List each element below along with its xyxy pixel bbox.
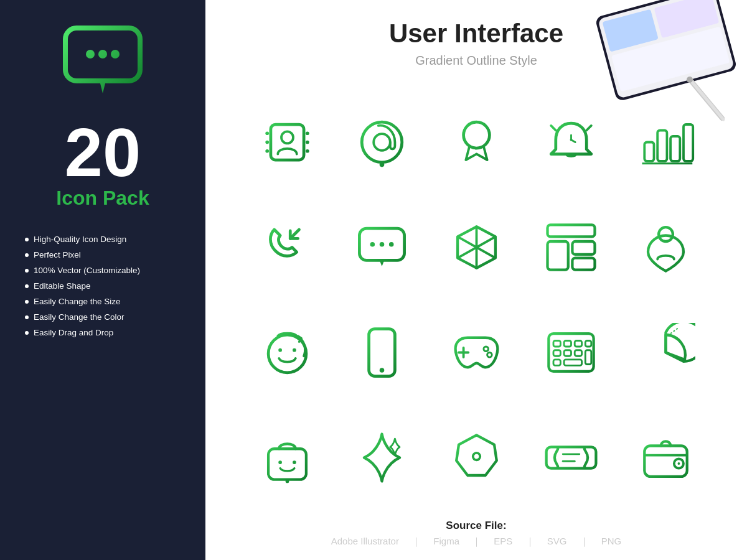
separator: ｜ (580, 536, 589, 546)
pie-chart-icon (621, 303, 710, 402)
svg-point-1 (86, 50, 95, 58)
svg-rect-66 (564, 360, 582, 366)
svg-rect-29 (644, 142, 654, 161)
svg-point-71 (472, 453, 479, 460)
feature-item: Editable Shape (25, 281, 140, 291)
feature-item: High-Quality Icon Design (25, 235, 140, 244)
svg-point-38 (388, 242, 393, 247)
feature-item: Perfect Pixel (25, 250, 140, 259)
svg-rect-31 (670, 136, 680, 161)
svg-point-48 (278, 348, 282, 352)
feature-item: Easily Change the Size (25, 297, 140, 306)
svg-point-68 (278, 460, 282, 464)
separator: ｜ (525, 536, 535, 546)
svg-rect-30 (657, 131, 667, 161)
sparkle-icon (337, 408, 426, 507)
svg-line-26 (571, 140, 575, 142)
svg-rect-44 (572, 241, 594, 254)
format-png: PNG (601, 536, 622, 546)
svg-rect-75 (644, 446, 687, 477)
tag-label-icon (432, 408, 520, 507)
svg-rect-43 (547, 241, 568, 270)
contact-icon (243, 93, 331, 192)
svg-point-17 (305, 131, 309, 135)
separator: ｜ (472, 536, 481, 546)
svg-point-3 (111, 50, 120, 58)
header: User Interface Gradient Outline Style (230, 19, 722, 68)
location-person-icon (621, 198, 710, 297)
sidebar: 20 Icon Pack High-Quality Icon Design Pe… (0, 0, 205, 560)
svg-point-13 (281, 131, 293, 143)
bullet-icon (25, 331, 29, 335)
format-figma: Figma (433, 536, 459, 546)
feature-item: 100% Vector (Customizable) (25, 266, 140, 275)
bullet-icon (25, 253, 29, 257)
icons-grid (230, 86, 722, 513)
svg-rect-42 (547, 225, 594, 236)
main-content: User Interface Gradient Outline Style (205, 0, 747, 560)
svg-point-11 (687, 77, 693, 83)
svg-rect-59 (575, 341, 581, 347)
svg-point-55 (487, 353, 492, 358)
alarm-icon (527, 93, 615, 192)
feature-item: Easily Drag and Drop (25, 328, 140, 337)
svg-point-16 (265, 149, 269, 153)
format-svg: SVG (547, 536, 567, 546)
chat-bubble-icon (59, 25, 146, 100)
svg-point-15 (265, 141, 269, 144)
svg-point-14 (265, 131, 269, 135)
bullet-icon (25, 284, 29, 288)
source-formats: Adobe Illustrator ｜ Figma ｜ EPS ｜ SVG ｜ … (230, 536, 722, 548)
svg-rect-32 (684, 124, 693, 161)
page-title: User Interface (230, 19, 722, 49)
chat-message-icon (337, 198, 426, 297)
svg-point-2 (98, 50, 107, 58)
svg-rect-62 (564, 350, 571, 357)
svg-point-19 (305, 149, 309, 153)
svg-point-36 (370, 242, 375, 247)
svg-point-23 (463, 122, 489, 148)
svg-rect-45 (572, 258, 594, 270)
features-list: High-Quality Icon Design Perfect Pixel 1… (19, 235, 140, 343)
svg-rect-64 (585, 350, 591, 365)
svg-point-37 (379, 242, 384, 247)
icon-count: 20 (65, 118, 141, 187)
svg-rect-63 (575, 350, 581, 357)
smartphone-icon (337, 303, 426, 402)
footer: Source File: Adobe Illustrator ｜ Figma ｜… (230, 513, 722, 548)
svg-rect-60 (585, 341, 591, 347)
bullet-icon (25, 315, 29, 319)
award-icon (432, 93, 520, 192)
ticket-icon (527, 408, 615, 507)
email-at-icon (337, 93, 426, 192)
svg-point-18 (305, 141, 309, 144)
face-timer-icon (243, 303, 331, 402)
svg-point-22 (379, 162, 384, 167)
calculator-icon (527, 303, 615, 402)
svg-point-54 (483, 347, 488, 352)
format-illustrator: Adobe Illustrator (331, 536, 399, 546)
bar-chart-icon (621, 93, 710, 192)
svg-point-21 (374, 134, 390, 151)
svg-point-69 (293, 460, 296, 464)
svg-point-70 (285, 480, 289, 483)
feature-item: Easily Change the Color (25, 312, 140, 322)
package-3d-icon (432, 198, 520, 297)
svg-rect-57 (553, 341, 560, 347)
svg-point-51 (379, 368, 384, 373)
svg-rect-61 (553, 350, 560, 357)
svg-line-28 (586, 126, 591, 131)
pack-label: Icon Pack (56, 187, 149, 210)
page-subtitle: Gradient Outline Style (230, 54, 722, 68)
separator: ｜ (411, 536, 421, 546)
svg-rect-58 (564, 341, 571, 347)
wallet-icon (621, 408, 710, 507)
bullet-icon (25, 300, 29, 304)
bullet-icon (25, 238, 29, 241)
svg-point-77 (677, 462, 680, 465)
svg-rect-65 (553, 360, 560, 366)
svg-line-27 (551, 126, 556, 131)
bullet-icon (25, 269, 29, 273)
format-eps: EPS (494, 536, 512, 546)
dashboard-layout-icon (527, 198, 615, 297)
